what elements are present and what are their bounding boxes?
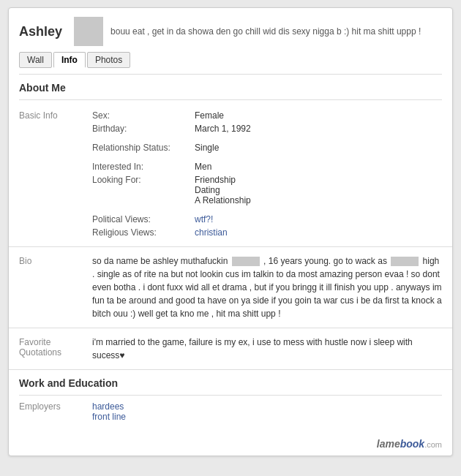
relationship-row: Relationship Status: Single xyxy=(92,141,442,154)
religious-label: Religious Views: xyxy=(92,227,195,238)
quotes-content: i'm married to the game, failure is my e… xyxy=(92,336,442,362)
interested-label: Interested In: xyxy=(92,162,195,172)
bio-content: so da name be ashley muthafuckin , 16 ye… xyxy=(92,254,442,320)
bio-label: Bio xyxy=(19,254,92,320)
work-section: Employers hardees front line xyxy=(9,396,452,435)
watermark-lame: lame xyxy=(377,438,400,450)
quotes-section: Favorite Quotations i'm married to the g… xyxy=(9,328,452,370)
quotes-label: Favorite Quotations xyxy=(19,336,92,362)
blur-2 xyxy=(391,257,419,266)
profile-name: Ashley xyxy=(19,24,62,39)
interested-value: Men xyxy=(195,162,442,172)
looking-label: Looking For: xyxy=(92,175,195,205)
employers-row: Employers hardees front line xyxy=(19,396,442,428)
tab-wall[interactable]: Wall xyxy=(19,52,52,68)
watermark: lamebook.com xyxy=(9,435,452,456)
employer-position-link[interactable]: front line xyxy=(92,412,442,422)
watermark-book: book xyxy=(400,438,424,450)
political-label: Political Views: xyxy=(92,214,195,224)
about-me-title: About Me xyxy=(9,75,452,99)
looking-value: Friendship Dating A Relationship xyxy=(195,175,442,205)
relationship-value: Single xyxy=(195,143,442,153)
political-row: Political Views: wtf?! xyxy=(92,213,442,226)
employers-content: hardees front line xyxy=(92,401,442,422)
bio-section: Bio so da name be ashley muthafuckin , 1… xyxy=(9,246,452,328)
birthday-value: March 1, 1992 xyxy=(195,124,442,134)
employers-label: Employers xyxy=(19,401,92,422)
employer-name-link[interactable]: hardees xyxy=(92,401,442,412)
tab-photos[interactable]: Photos xyxy=(87,52,130,68)
sex-row: Sex: Female xyxy=(92,109,442,122)
profile-header: Ashley bouu eat , get in da showa den go… xyxy=(9,8,452,52)
interested-row: Interested In: Men xyxy=(92,160,442,173)
basic-info-section: Basic Info Sex: Female Birthday: March 1… xyxy=(9,100,452,246)
profile-container: Ashley bouu eat , get in da showa den go… xyxy=(8,7,453,456)
sex-value: Female xyxy=(195,110,442,121)
birthday-label: Birthday: xyxy=(92,124,195,134)
avatar xyxy=(74,17,103,46)
blur-1 xyxy=(232,257,260,266)
looking-row: Looking For: Friendship Dating A Relatio… xyxy=(92,173,442,207)
political-value: wtf?! xyxy=(195,214,442,224)
religious-row: Religious Views: christian xyxy=(92,226,442,239)
profile-status: bouu eat , get in da showa den go chill … xyxy=(110,26,442,37)
relationship-label: Relationship Status: xyxy=(92,143,195,153)
profile-tabs: Wall Info Photos xyxy=(9,52,452,74)
religious-value: christian xyxy=(195,227,442,238)
basic-info-label: Basic Info xyxy=(19,109,92,239)
work-education-title: Work and Education xyxy=(9,370,452,395)
tab-info[interactable]: Info xyxy=(53,52,86,68)
sex-label: Sex: xyxy=(92,110,195,121)
birthday-row: Birthday: March 1, 1992 xyxy=(92,122,442,135)
watermark-dotcom: .com xyxy=(424,440,442,449)
